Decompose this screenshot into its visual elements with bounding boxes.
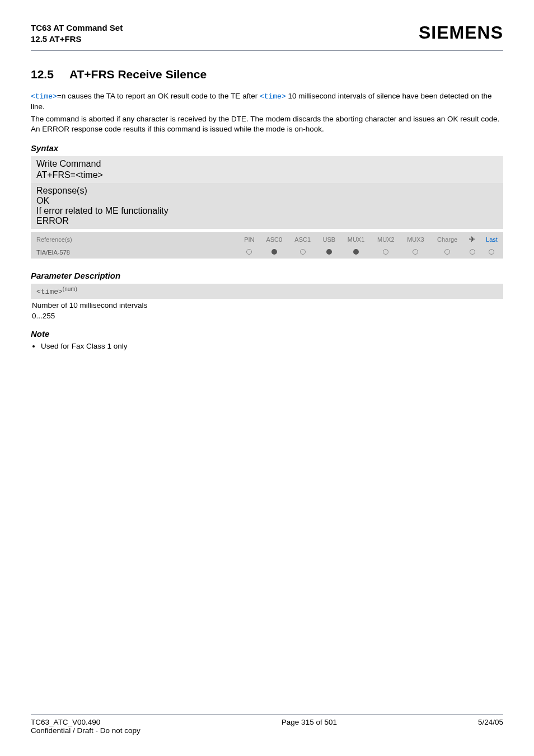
cell-usb bbox=[317, 246, 341, 259]
write-command-param[interactable]: <time> bbox=[76, 170, 103, 180]
col-asc0: ASC0 bbox=[260, 232, 288, 246]
product-title: TC63 AT Command Set bbox=[31, 22, 123, 34]
cell-pin bbox=[238, 246, 260, 259]
col-charge: Charge bbox=[430, 232, 464, 246]
note-list: Used for Fax Class 1 only bbox=[41, 342, 503, 350]
footer-center: Page 315 of 501 bbox=[282, 718, 337, 735]
responses-block: Response(s) OK If error related to ME fu… bbox=[31, 183, 503, 229]
header-left: TC63 AT Command Set 12.5 AT+FRS bbox=[31, 22, 123, 44]
col-mux2: MUX2 bbox=[371, 232, 401, 246]
response-ok: OK bbox=[36, 196, 498, 206]
param-token-sup: (num) bbox=[63, 286, 77, 292]
cell-asc1 bbox=[288, 246, 317, 259]
cell-mux3 bbox=[401, 246, 430, 259]
note-item: Used for Fax Class 1 only bbox=[41, 342, 503, 350]
cell-airplane bbox=[464, 246, 480, 259]
dot-empty-icon bbox=[383, 249, 388, 255]
responses-label: Response(s) bbox=[36, 186, 498, 196]
header-divider bbox=[31, 50, 503, 51]
section-ref: 12.5 AT+FRS bbox=[31, 34, 123, 45]
time-token-2[interactable]: <time> bbox=[260, 92, 286, 101]
footer-left: TC63_ATC_V00.490 Confidential / Draft - … bbox=[31, 718, 140, 735]
footer-confidential: Confidential / Draft - Do not copy bbox=[31, 726, 140, 735]
airplane-icon: ✈ bbox=[469, 235, 475, 243]
ref-header-label: Reference(s) bbox=[31, 232, 238, 246]
dot-filled-icon bbox=[271, 249, 277, 255]
col-pin: PIN bbox=[238, 232, 260, 246]
syntax-heading: Syntax bbox=[31, 143, 503, 153]
page-header: TC63 AT Command Set 12.5 AT+FRS SIEMENS bbox=[31, 22, 503, 44]
page-footer: TC63_ATC_V00.490 Confidential / Draft - … bbox=[31, 714, 503, 735]
intro-frag-1: =n causes the TA to report an OK result … bbox=[57, 92, 260, 100]
ref-data-row: TIA/EIA-578 bbox=[31, 246, 503, 259]
section-heading-text: AT+FRS Receive Silence bbox=[69, 68, 207, 81]
response-error-desc: If error related to ME functionality bbox=[36, 206, 498, 216]
cell-last bbox=[480, 246, 503, 259]
response-error: ERROR bbox=[36, 216, 498, 226]
dot-filled-icon bbox=[326, 249, 332, 255]
dot-empty-icon bbox=[413, 249, 418, 255]
param-desc-text: Number of 10 millisecond intervals bbox=[32, 301, 503, 309]
cell-asc0 bbox=[260, 246, 288, 259]
col-usb: USB bbox=[317, 232, 341, 246]
section-title: 12.5AT+FRS Receive Silence bbox=[31, 68, 503, 81]
col-asc1: ASC1 bbox=[288, 232, 317, 246]
intro-para-2: The command is aborted if any character … bbox=[31, 114, 503, 134]
reference-table: Reference(s) PIN ASC0 ASC1 USB MUX1 MUX2… bbox=[31, 232, 503, 259]
footer-doc-id: TC63_ATC_V00.490 bbox=[31, 718, 100, 726]
param-desc-heading: Parameter Description bbox=[31, 271, 503, 280]
dot-empty-icon bbox=[470, 249, 475, 255]
col-airplane-icon: ✈ bbox=[464, 232, 480, 246]
dot-empty-icon bbox=[489, 249, 494, 255]
ref-header-row: Reference(s) PIN ASC0 ASC1 USB MUX1 MUX2… bbox=[31, 232, 503, 246]
dot-empty-icon bbox=[444, 249, 450, 255]
write-command-prefix: AT+FRS= bbox=[36, 170, 76, 180]
footer-right: 5/24/05 bbox=[478, 718, 503, 735]
write-command-label: Write Command bbox=[36, 159, 498, 169]
dot-empty-icon bbox=[246, 249, 252, 255]
col-mux1: MUX1 bbox=[341, 232, 371, 246]
col-mux3: MUX3 bbox=[401, 232, 430, 246]
dot-empty-icon bbox=[300, 249, 306, 255]
write-command-block: Write Command AT+FRS=<time> bbox=[31, 156, 503, 183]
time-token-1[interactable]: <time> bbox=[31, 92, 57, 101]
col-last[interactable]: Last bbox=[480, 232, 503, 246]
cell-charge bbox=[430, 246, 464, 259]
cell-mux1 bbox=[341, 246, 371, 259]
param-token-box: <time>(num) bbox=[31, 284, 503, 298]
cell-mux2 bbox=[371, 246, 401, 259]
dot-filled-icon bbox=[353, 249, 359, 255]
ref-row-name: TIA/EIA-578 bbox=[31, 246, 238, 259]
param-token: <time> bbox=[36, 288, 63, 297]
intro-para-1: <time>=n causes the TA to report an OK r… bbox=[31, 91, 503, 112]
note-heading: Note bbox=[31, 329, 503, 339]
brand-logo: SIEMENS bbox=[419, 22, 503, 43]
section-number: 12.5 bbox=[31, 68, 54, 81]
param-range: 0...255 bbox=[32, 312, 503, 320]
